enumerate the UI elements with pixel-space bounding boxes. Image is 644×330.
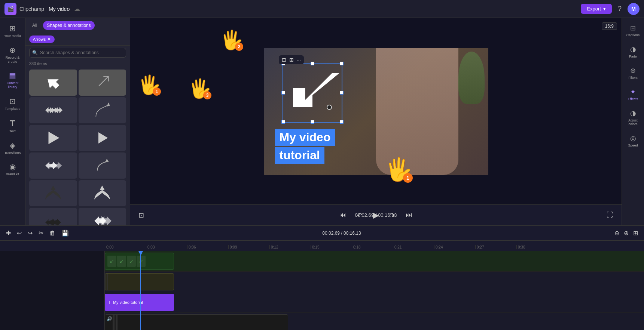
svg-marker-7: [105, 159, 109, 163]
text-track-icon: T: [108, 300, 111, 305]
right-sidebar: ⊟ Captions ◑ Fade ⊕ Filters ✦ Effects ◑ …: [622, 18, 644, 225]
ruler-mark-15: 0:15: [311, 245, 352, 249]
arrow-thumb-1: ↙: [107, 256, 116, 267]
fit-button[interactable]: ⊞: [289, 57, 294, 63]
filter-area: Arrows ✕: [25, 33, 130, 46]
main-clip-inner: [105, 315, 288, 330]
selection-box[interactable]: [283, 63, 342, 123]
adjust-colors-label: Adjustcolors: [628, 118, 638, 126]
add-track-button[interactable]: ✚: [4, 228, 12, 238]
shape-item-chevron-arrows[interactable]: [29, 152, 77, 179]
filter-tag-remove[interactable]: ✕: [47, 37, 51, 42]
logo-icon: 🎬: [4, 3, 16, 15]
shape-item-sketch-arrow[interactable]: [79, 70, 126, 96]
app-logo[interactable]: 🎬 Clipchamp: [4, 3, 44, 15]
sidebar-item-brand-kit[interactable]: ◉ Brand kit: [1, 159, 24, 179]
filters-icon: ⊕: [630, 67, 636, 75]
video-clip[interactable]: [105, 273, 174, 290]
sidebar-item-transitions[interactable]: ◈ Transitions: [1, 138, 24, 158]
svg-marker-6: [98, 132, 108, 144]
content-library-label: Contentlibrary: [7, 81, 19, 89]
text-line1: My video: [275, 129, 335, 146]
timeline-toolbar: ✚ ↩ ↪ ✂ 🗑 💾 00:02.69 / 00:16.13 ⊖ ⊕ ⊞: [0, 226, 644, 241]
text-overlay-line2[interactable]: tutorial: [275, 147, 477, 164]
rotation-handle[interactable]: [327, 105, 332, 110]
arrows-clip[interactable]: ↙ ↙ ↙ ↙: [105, 253, 174, 270]
right-tool-effects[interactable]: ✦ Effects: [623, 85, 643, 104]
help-button[interactable]: ?: [616, 3, 623, 14]
ruler-mark-9: 0:09: [228, 245, 269, 249]
shape-item-play-btn[interactable]: [29, 125, 77, 151]
captions-icon: ⊟: [630, 24, 636, 32]
undo-button[interactable]: ↩: [15, 228, 23, 238]
more-button[interactable]: ···: [297, 57, 301, 63]
ruler-mark-3: 0:03: [146, 245, 187, 249]
right-tool-fade[interactable]: ◑ Fade: [623, 42, 643, 61]
export-button[interactable]: Export ▾: [581, 4, 612, 14]
timeline: ✚ ↩ ↪ ✂ 🗑 💾 00:02.69 / 00:16.13 ⊖ ⊕ ⊞ 0:…: [0, 225, 644, 330]
export-label: Export: [587, 6, 601, 12]
right-tool-captions[interactable]: ⊟ Captions: [623, 21, 643, 40]
shape-item-white-arrow[interactable]: [29, 70, 77, 96]
shape-item-play-btn2[interactable]: [79, 125, 126, 151]
crop-button[interactable]: ⊡: [282, 57, 286, 63]
shape-item-arrows3[interactable]: [29, 97, 77, 123]
ruler-mark-27: 0:27: [475, 245, 516, 249]
main-clip[interactable]: 🔊: [105, 314, 288, 330]
playhead[interactable]: [140, 251, 141, 330]
shape-item-dark-bat-arrow[interactable]: [29, 180, 77, 206]
sidebar-item-record-create[interactable]: ⊕ Record &create: [1, 43, 24, 67]
delete-button[interactable]: 🗑: [48, 228, 57, 238]
save-button[interactable]: 💾: [60, 228, 70, 238]
record-create-icon: ⊕: [9, 46, 16, 55]
shape-item-white-bat-arrow[interactable]: [79, 180, 126, 206]
fit-timeline-button[interactable]: ⊞: [632, 228, 640, 238]
sidebar-item-templates[interactable]: ⊡ Templates: [1, 94, 24, 114]
scene-view-button[interactable]: ⊡: [136, 209, 146, 222]
cursor-hand-4: 🖐 1: [385, 156, 413, 183]
brand-kit-label: Brand kit: [6, 172, 19, 176]
cut-button[interactable]: ✂: [37, 228, 45, 238]
search-input[interactable]: [29, 48, 126, 58]
tab-all[interactable]: All: [28, 21, 41, 30]
right-tool-speed[interactable]: ◎ Speed: [623, 131, 643, 150]
shape-item-arrow-curved2[interactable]: [79, 152, 126, 179]
shape-item-multi-arrow-white[interactable]: [79, 208, 126, 225]
cursor-number-3: 3: [203, 91, 211, 99]
ruler-mark-18: 0:18: [352, 245, 393, 249]
video-clip-inner: [105, 274, 174, 290]
speed-label: Speed: [628, 144, 638, 147]
ruler-mark-6: 0:06: [187, 245, 228, 249]
sidebar-item-your-media[interactable]: ⊞ Your media: [1, 21, 24, 41]
skip-to-end-button[interactable]: ⏭: [403, 209, 415, 221]
video-title[interactable]: My video: [49, 6, 70, 12]
text-clip[interactable]: T My video tutorial: [105, 294, 174, 311]
redo-button[interactable]: ↪: [26, 228, 34, 238]
adjust-colors-icon: ◑: [630, 109, 636, 117]
svg-marker-0: [44, 74, 62, 91]
right-tool-adjust-colors[interactable]: ◑ Adjustcolors: [623, 106, 643, 129]
sidebar-item-content-library[interactable]: ▤ Contentlibrary: [1, 68, 24, 92]
arrows-track-row: ↙ ↙ ↙ ↙: [105, 251, 644, 272]
search-wrap: 🔍: [29, 48, 126, 58]
zoom-controls: ⊖ ⊕ ⊞: [613, 228, 640, 238]
templates-icon: ⊡: [9, 97, 16, 106]
avatar[interactable]: M: [628, 3, 640, 15]
ruler-mark-12: 0:12: [269, 245, 311, 249]
right-tool-filters[interactable]: ⊕ Filters: [623, 64, 643, 83]
sidebar-item-text[interactable]: T Text: [1, 115, 24, 136]
shape-item-arrow-curved-sketch[interactable]: [79, 97, 126, 123]
text-icon: T: [10, 118, 15, 128]
skip-to-start-button[interactable]: ⏮: [337, 209, 348, 221]
zoom-in-button[interactable]: ⊕: [622, 228, 630, 238]
text-overlay-line1[interactable]: My video: [275, 129, 477, 147]
shape-item-multi-arrow-black[interactable]: [29, 208, 77, 225]
main-area: ⊞ Your media ⊕ Record &create ▤ Contentl…: [0, 18, 644, 225]
cursor-number-1: 1: [153, 87, 161, 96]
arrows-filter-tag[interactable]: Arrows ✕: [29, 36, 55, 43]
playback-timecode: 00:02.69 / 00:16.13: [355, 212, 397, 218]
fullscreen-button[interactable]: ⛶: [604, 209, 616, 221]
tab-shapes-annotations[interactable]: Shapes & annotations: [43, 21, 94, 30]
zoom-out-button[interactable]: ⊖: [613, 228, 621, 238]
arrow-thumb-4: ↙: [137, 256, 146, 267]
